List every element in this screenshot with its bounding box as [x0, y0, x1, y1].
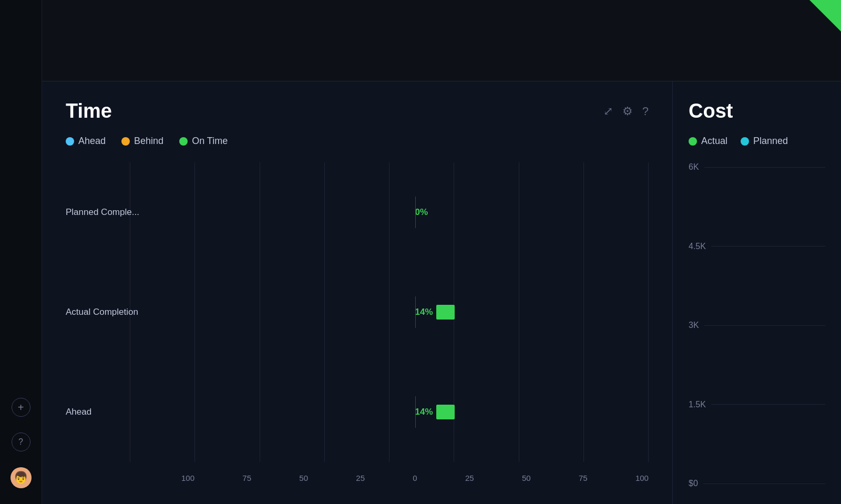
- expand-icon[interactable]: ⤢: [603, 105, 613, 118]
- behind-label: Behind: [134, 136, 163, 147]
- time-panel-icons: ⤢ ⚙ ?: [603, 105, 649, 118]
- actual-value: 14%: [415, 307, 433, 317]
- top-bar: [42, 0, 841, 81]
- x-label-25-right: 25: [465, 474, 474, 482]
- chart-row-ahead: Ahead 14%: [66, 396, 649, 428]
- cost-panel-header: Cost: [689, 100, 825, 122]
- center-line-planned: [415, 197, 416, 228]
- cost-y-axis: 6K 4.5K 3K 1.5K $0: [689, 162, 825, 488]
- cost-y-4-5k: 4.5K: [689, 242, 825, 251]
- actual-bar: [436, 305, 455, 320]
- chart-row-planned: Planned Comple... 0%: [66, 197, 649, 228]
- planned-bar-area: 0%: [181, 197, 649, 228]
- time-chart-container: Planned Comple... 0% Actual Completion: [66, 162, 649, 488]
- x-label-50-left: 50: [299, 474, 308, 482]
- cost-y-6k: 6K: [689, 162, 825, 172]
- avatar[interactable]: 👦: [11, 467, 32, 488]
- chart-rows: Planned Comple... 0% Actual Completion: [66, 162, 649, 462]
- ontime-dot: [179, 137, 188, 146]
- x-axis-labels: 100 75 50 25 0 25 50 75 100: [181, 474, 649, 482]
- cost-legend-planned: Planned: [741, 136, 788, 147]
- help-button[interactable]: ?: [12, 433, 30, 451]
- cost-legend-actual: Actual: [689, 136, 727, 147]
- time-panel-title: Time: [66, 100, 112, 122]
- cost-y-3k: 3K: [689, 321, 825, 330]
- main-content: Time ⤢ ⚙ ? Ahead Behind: [42, 0, 841, 504]
- cost-panel: Cost Actual Planned 6K 4.5K 3K 1.5K $0: [673, 81, 841, 504]
- cost-y-1-5k: 1.5K: [689, 400, 825, 409]
- planned-bar-wrapper: 0%: [415, 205, 432, 220]
- ahead-row-label: Ahead: [66, 407, 181, 417]
- x-label-100-left: 100: [181, 474, 194, 482]
- planned-cost-label: Planned: [753, 136, 788, 147]
- actual-cost-label: Actual: [701, 136, 727, 147]
- actual-cost-dot: [689, 137, 697, 146]
- chart-row-actual: Actual Completion 14%: [66, 296, 649, 328]
- actual-bar-wrapper: 14%: [415, 305, 455, 320]
- cost-y-0: $0: [689, 479, 825, 488]
- planned-value: 0%: [415, 207, 428, 218]
- x-label-75-right: 75: [579, 474, 588, 482]
- time-panel: Time ⤢ ⚙ ? Ahead Behind: [42, 81, 673, 504]
- settings-icon[interactable]: ⚙: [622, 105, 633, 118]
- sidebar: + ? 👦: [0, 0, 42, 504]
- center-line-actual: [415, 296, 416, 328]
- actual-bar-area: 14%: [181, 296, 649, 328]
- ahead-label: Ahead: [78, 136, 106, 147]
- x-label-75-left: 75: [242, 474, 251, 482]
- content-area: Time ⤢ ⚙ ? Ahead Behind: [42, 81, 841, 504]
- x-axis: 100 75 50 25 0 25 50 75 100: [66, 467, 649, 488]
- legend-ontime: On Time: [179, 136, 228, 147]
- cost-panel-title: Cost: [689, 100, 733, 122]
- legend-behind: Behind: [121, 136, 163, 147]
- planned-cost-dot: [741, 137, 749, 146]
- ahead-value: 14%: [415, 407, 433, 417]
- cost-legend: Actual Planned: [689, 136, 825, 147]
- ahead-dot: [66, 137, 74, 146]
- ahead-bar-wrapper: 14%: [415, 405, 455, 419]
- ontime-label: On Time: [192, 136, 228, 147]
- ahead-bar-area: 14%: [181, 396, 649, 428]
- actual-label: Actual Completion: [66, 307, 181, 317]
- legend-ahead: Ahead: [66, 136, 106, 147]
- planned-label: Planned Comple...: [66, 207, 181, 218]
- time-panel-header: Time ⤢ ⚙ ?: [66, 100, 649, 122]
- add-button[interactable]: +: [12, 398, 30, 417]
- x-label-50-right: 50: [522, 474, 531, 482]
- x-label-25-left: 25: [356, 474, 365, 482]
- x-label-100-right: 100: [635, 474, 649, 482]
- center-line-ahead: [415, 396, 416, 428]
- x-label-0: 0: [413, 474, 417, 482]
- ahead-bar: [436, 405, 455, 419]
- time-legend: Ahead Behind On Time: [66, 136, 649, 147]
- behind-dot: [121, 137, 130, 146]
- help-icon[interactable]: ?: [642, 105, 649, 118]
